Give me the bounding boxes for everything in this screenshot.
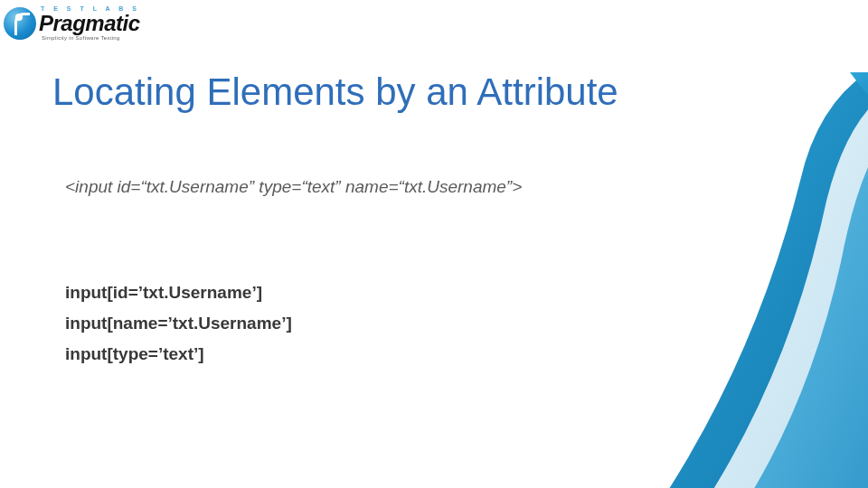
slide: T E S T L A B S Pragmatic Simplicity in …	[0, 0, 868, 488]
slide-title: Locating Elements by an Attribute	[52, 70, 618, 114]
selector-line: input[id=’txt.Username’]	[65, 283, 292, 303]
logo-tagline: Simplicity in Software Testing	[42, 35, 140, 41]
selector-list: input[id=’txt.Username’] input[name=’txt…	[65, 283, 292, 364]
logo-brand: Pragmatic	[39, 13, 140, 34]
html-example: <input id=“txt.Username” type=“text” nam…	[65, 177, 522, 197]
selector-line: input[type=’text’]	[65, 344, 292, 364]
selector-line: input[name=’txt.Username’]	[65, 314, 292, 333]
logo-text-block: T E S T L A B S Pragmatic Simplicity in …	[39, 5, 140, 41]
logo-icon	[4, 7, 36, 40]
corner-decoration	[524, 72, 868, 488]
logo: T E S T L A B S Pragmatic Simplicity in …	[4, 5, 140, 41]
